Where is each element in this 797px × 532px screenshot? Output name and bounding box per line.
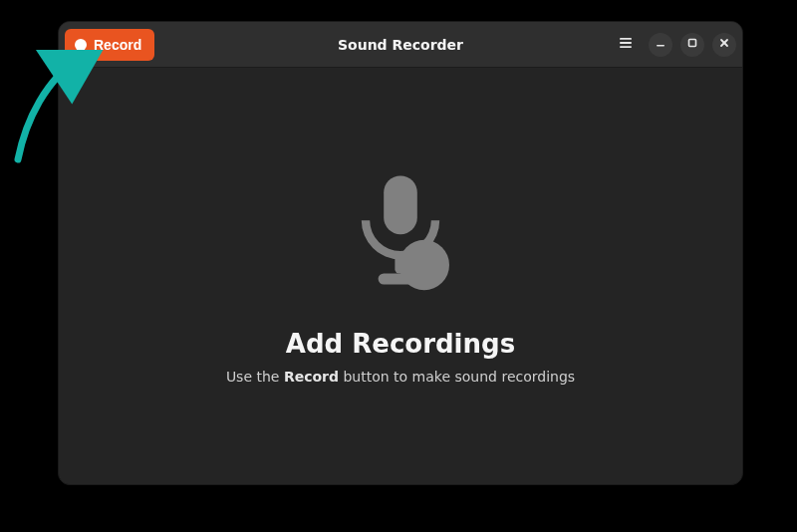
svg-rect-2	[620, 46, 632, 48]
headerbar: Record Sound Recorder	[59, 22, 742, 68]
record-button-label: Record	[94, 37, 141, 53]
minimize-button[interactable]	[649, 33, 672, 57]
svg-rect-0	[620, 38, 632, 40]
record-dot-icon	[75, 39, 87, 51]
empty-heading: Add Recordings	[286, 329, 515, 359]
close-icon	[718, 37, 730, 52]
svg-point-10	[399, 240, 449, 290]
empty-subtext-pre: Use the	[226, 369, 284, 385]
record-button[interactable]: Record	[65, 29, 154, 61]
empty-subtext-bold: Record	[284, 369, 339, 385]
empty-subtext-post: button to make sound recordings	[339, 369, 575, 385]
maximize-button[interactable]	[680, 33, 704, 57]
svg-rect-1	[620, 42, 632, 44]
maximize-icon	[686, 37, 698, 52]
app-window: Record Sound Recorder	[58, 21, 743, 485]
empty-subtext: Use the Record button to make sound reco…	[226, 369, 575, 385]
minimize-icon	[655, 37, 666, 52]
empty-state: Add Recordings Use the Record button to …	[59, 68, 742, 484]
svg-rect-7	[384, 175, 417, 234]
menu-button[interactable]	[611, 30, 641, 60]
svg-rect-4	[689, 40, 696, 47]
close-button[interactable]	[712, 33, 736, 57]
microphone-icon	[331, 167, 470, 311]
hamburger-icon	[618, 35, 634, 54]
svg-rect-3	[657, 45, 664, 47]
header-right-controls	[611, 30, 736, 60]
